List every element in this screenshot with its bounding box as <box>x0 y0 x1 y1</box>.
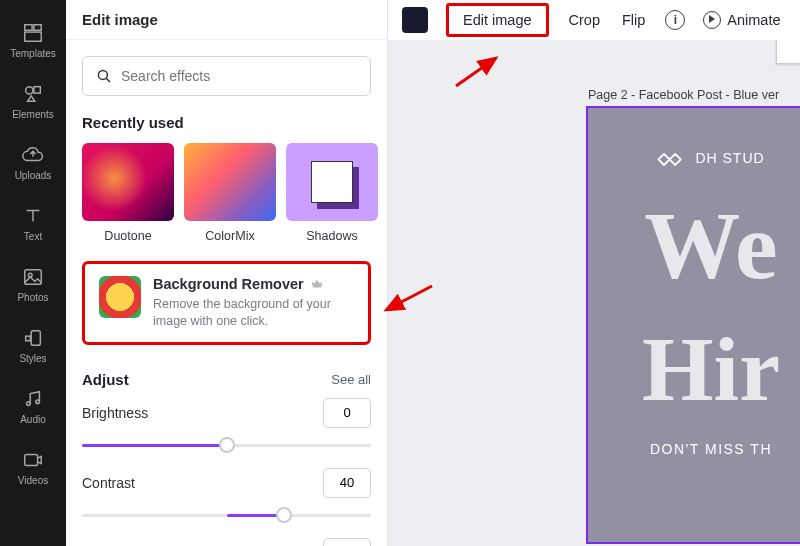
headline-line2: Hir <box>642 323 780 415</box>
recently-used-heading: Recently used <box>82 114 371 131</box>
effect-thumb <box>286 143 378 221</box>
search-icon <box>95 67 113 85</box>
svg-rect-5 <box>25 270 42 285</box>
effect-thumb <box>184 143 276 221</box>
svg-point-3 <box>26 87 33 94</box>
adjust-heading: Adjust <box>82 371 129 388</box>
contrast-value-input[interactable] <box>323 468 371 498</box>
search-effects-input[interactable] <box>121 68 358 84</box>
effect-shadows[interactable]: Shadows <box>286 143 378 243</box>
page-corner-decoration <box>776 40 800 64</box>
audio-icon <box>22 388 44 410</box>
animate-button[interactable]: Animate <box>703 11 780 29</box>
subline-text: DON'T MISS TH <box>650 441 772 457</box>
recently-used-row: Duotone ColorMix Shadows <box>82 143 371 243</box>
contrast-control: Contrast <box>82 468 371 524</box>
rail-item-label: Text <box>24 231 42 242</box>
rail-item-label: Uploads <box>15 170 52 181</box>
canvas-area: Edit image Crop Flip i Animate Page 2 - … <box>388 0 800 546</box>
brand-row: DH STUD <box>657 148 764 168</box>
svg-rect-8 <box>31 331 40 346</box>
text-icon <box>22 205 44 227</box>
rail-item-label: Styles <box>19 353 46 364</box>
svg-point-9 <box>27 402 31 406</box>
edit-image-panel: Edit image Recently used Duotone ColorMi… <box>66 0 388 546</box>
color-swatch[interactable] <box>402 7 428 33</box>
image-toolbar: Edit image Crop Flip i Animate <box>388 0 800 40</box>
see-all-link[interactable]: See all <box>331 372 371 387</box>
effect-label: Shadows <box>306 229 357 243</box>
page-content: DH STUD We Hir DON'T MISS TH <box>588 108 800 542</box>
effect-duotone[interactable]: Duotone <box>82 143 174 243</box>
brightness-slider[interactable] <box>82 436 371 454</box>
rail-item-label: Audio <box>20 414 46 425</box>
effect-label: ColorMix <box>205 229 254 243</box>
contrast-label: Contrast <box>82 475 135 491</box>
effect-colormix[interactable]: ColorMix <box>184 143 276 243</box>
rail-styles[interactable]: Styles <box>0 317 66 374</box>
videos-icon <box>22 449 44 471</box>
effect-label: Duotone <box>104 229 151 243</box>
flip-button[interactable]: Flip <box>620 8 647 32</box>
svg-rect-11 <box>25 455 38 466</box>
saturation-value-input[interactable] <box>323 538 371 546</box>
uploads-icon <box>22 144 44 166</box>
styles-icon <box>22 327 44 349</box>
photos-icon <box>22 266 44 288</box>
saturation-control: Saturation <box>82 538 371 546</box>
rail-item-label: Templates <box>10 48 56 59</box>
editor-stage[interactable]: Page 2 - Facebook Post - Blue ver DH STU… <box>388 40 800 546</box>
brightness-value-input[interactable] <box>323 398 371 428</box>
search-effects-input-wrap[interactable] <box>82 56 371 96</box>
svg-point-12 <box>98 70 107 79</box>
elements-icon <box>22 83 44 105</box>
svg-rect-0 <box>25 25 32 31</box>
background-remover-card[interactable]: Background Remover Remove the background… <box>82 261 371 345</box>
crown-icon <box>310 277 324 291</box>
svg-point-10 <box>36 400 40 404</box>
edit-image-button[interactable]: Edit image <box>446 3 549 37</box>
animate-label: Animate <box>727 12 780 28</box>
bg-remover-thumb <box>99 276 141 318</box>
bg-remover-desc: Remove the background of your image with… <box>153 296 354 330</box>
brand-text: DH STUD <box>695 150 764 166</box>
info-icon[interactable]: i <box>665 10 685 30</box>
selected-page-frame[interactable]: DH STUD We Hir DON'T MISS TH <box>586 106 800 544</box>
rail-audio[interactable]: Audio <box>0 378 66 435</box>
rail-templates[interactable]: Templates <box>0 12 66 69</box>
svg-rect-7 <box>26 336 31 341</box>
rail-photos[interactable]: Photos <box>0 256 66 313</box>
left-nav-rail: Templates Elements Uploads Text Photos S… <box>0 0 66 546</box>
templates-icon <box>22 22 44 44</box>
contrast-slider[interactable] <box>82 506 371 524</box>
headline-line1: We <box>644 200 777 291</box>
brand-logo-icon <box>657 148 685 168</box>
svg-rect-2 <box>25 32 42 41</box>
rail-item-label: Elements <box>12 109 54 120</box>
rail-uploads[interactable]: Uploads <box>0 134 66 191</box>
effect-thumb <box>82 143 174 221</box>
rail-item-label: Videos <box>18 475 48 486</box>
annotation-arrow-topbar <box>448 52 508 96</box>
brightness-control: Brightness <box>82 398 371 454</box>
page-label: Page 2 - Facebook Post - Blue ver <box>588 88 779 102</box>
brightness-label: Brightness <box>82 405 148 421</box>
play-icon <box>703 11 721 29</box>
svg-rect-1 <box>34 25 41 31</box>
bg-remover-title: Background Remover <box>153 276 304 292</box>
panel-title: Edit image <box>66 0 387 40</box>
svg-rect-4 <box>34 87 40 93</box>
rail-item-label: Photos <box>17 292 48 303</box>
rail-text[interactable]: Text <box>0 195 66 252</box>
crop-button[interactable]: Crop <box>567 8 602 32</box>
rail-elements[interactable]: Elements <box>0 73 66 130</box>
rail-videos[interactable]: Videos <box>0 439 66 496</box>
